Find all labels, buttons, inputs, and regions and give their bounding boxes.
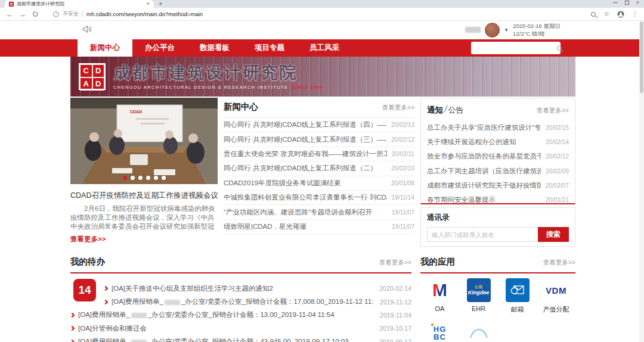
notices-section-title: 通知/公告 — [427, 104, 463, 116]
notice-item[interactable]: 总工办关于共享“应急医疗建筑设计”专项系...20/02/15 — [427, 120, 569, 135]
hgbc-icon: HGBC — [428, 321, 452, 342]
todo-section: 我的待办 查看更多>> 14 [OA]关于推送中心组及支部组织生活学习主题的通知… — [70, 253, 411, 342]
todo-item[interactable]: [OA]费用报销单__办公室/党委办公室_报销合计金额：43,945.00_20… — [70, 335, 411, 342]
profile-icon[interactable] — [617, 11, 624, 18]
window-controls: × — [613, 1, 639, 5]
apps-section-title: 我的应用 — [420, 256, 455, 268]
vdm-text: VDM — [546, 285, 566, 296]
todo-item[interactable]: [OA]分管例会和搬迁会2019-10-17 — [70, 322, 411, 335]
news-item[interactable]: 同心同行 共克时艰|CDAD线上复工系列报道（三）——抗击疫情...20/02/… — [224, 132, 414, 147]
todo-item[interactable]: [OA]费用报销单__办公室/党委办公室_报销合计金额：17,008.00_20… — [70, 295, 411, 308]
chevron-right-icon — [103, 286, 108, 291]
news-item[interactable]: 中城投集团科创置业有限公司李汉勇董事长一行 到CDAD调研交流19/11/14 — [224, 191, 414, 205]
bookmark-star-icon[interactable]: ☆ — [603, 10, 609, 18]
browser-window: 成都市建筑设计研究院 × + × ← → i 不安全 mh.cdadri.com… — [0, 0, 644, 342]
notice-item-date: 20/02/15 — [546, 125, 569, 131]
window-maximize-icon[interactable] — [625, 1, 629, 5]
user-area: ▼ 2020-02-16 星期日 12/2°C 晴/晴 — [465, 22, 561, 38]
vdm-icon: VDM — [544, 278, 568, 302]
news-item[interactable]: 绩效明星|CDAD，星光璀璨19/11/07 — [224, 220, 414, 234]
notice-item-date: 20/02/07 — [546, 182, 569, 189]
notice-item-date: 20/02/09 — [546, 168, 569, 175]
todo-item[interactable]: [OA]费用报销单__办公室/党委办公室_报销合计金额：13.00_2019-1… — [70, 309, 411, 322]
info-icon[interactable]: i — [53, 11, 59, 17]
contacts-search-button[interactable]: 搜索 — [538, 227, 569, 242]
todo-more-link[interactable]: 查看更多>> — [379, 259, 411, 267]
site-search-input[interactable] — [471, 45, 557, 51]
notices-section: 通知/公告 查看更多>> 总工办关于共享“应急医疗建筑设计”专项系...20/0… — [420, 98, 575, 204]
user-avatar[interactable] — [485, 23, 500, 38]
apps-more-link[interactable]: 查看更多>> — [543, 259, 575, 267]
user-menu-caret-icon[interactable]: ▼ — [504, 27, 509, 33]
search-icon[interactable] — [557, 46, 562, 51]
announcement-speaker-icon[interactable] — [82, 25, 92, 33]
address-field[interactable]: i 不安全 mh.cdadri.com/seeyon/main.do?metho… — [45, 10, 585, 18]
carousel-dot-1[interactable] — [123, 176, 127, 180]
app-cloud[interactable] — [459, 321, 498, 342]
app-hgbc[interactable]: HGBC — [420, 321, 459, 342]
logo-letter: C — [80, 64, 92, 77]
notice-item[interactable]: 总工办下周主题培训（应急医疗建筑设计）...20/02/09 — [427, 164, 569, 178]
news-item[interactable]: 同心同行 共克时艰|CDAD线上复工系列报道（二）20/02/10 — [224, 161, 414, 176]
notices-more-link[interactable]: 查看更多>> — [537, 107, 569, 115]
app-outlook[interactable]: 邮箱 — [498, 278, 537, 314]
logo-letter: D — [92, 64, 105, 77]
notice-item[interactable]: 春节期间安全温馨提示20/01/21 — [427, 192, 569, 207]
news-item[interactable]: 责任重大使命光荣 攻克时艰必有我——建筑设计一所工程师母云...20/02/11 — [224, 147, 414, 161]
app-oa-m[interactable]: MOA — [420, 278, 459, 314]
nav-item-3[interactable]: 数据看板 — [187, 39, 242, 57]
browser-url-bar: ← → i 不安全 mh.cdadri.com/seeyon/main.do?m… — [0, 8, 644, 21]
news-item[interactable]: CDAD2019年度院级业务考试圆满结束20/01/08 — [224, 176, 414, 191]
portal-page: ▼ 2020-02-16 星期日 12/2°C 晴/晴 新闻中心办公平台数据看板… — [0, 21, 644, 342]
urlbar-actions: ☆ ⋮ — [591, 10, 638, 18]
nav-item-2[interactable]: 办公平台 — [132, 39, 187, 57]
todo-item-text: [OA]分管例会和搬迁会 — [78, 324, 373, 333]
apps-section: 我的应用 查看更多>> MOA金蝶KingdeeEHR邮箱VDM产值分配HGBC — [420, 253, 575, 342]
carousel-dot-3[interactable] — [138, 176, 143, 180]
window-minimize-icon[interactable] — [613, 2, 618, 3]
app-vdm[interactable]: VDM产值分配 — [537, 278, 575, 314]
nav-item-4[interactable]: 项目专题 — [242, 39, 297, 57]
site-search-box[interactable] — [471, 42, 561, 54]
news-item-title: 同心同行 共克时艰|CDAD线上复工系列报道（三）——抗击疫情... — [224, 135, 386, 144]
date-text: 2020-02-16 星期日 — [513, 22, 561, 30]
back-icon[interactable]: ← — [6, 10, 13, 18]
news-more-link[interactable]: 查看更多>> — [382, 104, 414, 112]
notice-item[interactable]: 成都市建筑设计研究院关于做好疫情防控工...20/02/07 — [427, 178, 569, 192]
notice-item[interactable]: 关于继续开展远程办公的通知20/02/14 — [427, 135, 569, 149]
notice-item[interactable]: 致全市参与应急防控任务的基层党员干部和...20/02/12 — [427, 150, 569, 164]
page-scrollbar[interactable] — [639, 21, 644, 342]
nav-item-1[interactable]: 新闻中心 — [78, 39, 132, 57]
carousel-photo[interactable]: CDAD — [70, 98, 218, 184]
zoom-icon[interactable] — [591, 12, 596, 17]
institute-subtitle: CHENGDU ARCHITECTURAL DESIGN & RESEARCH … — [113, 85, 323, 90]
tab-close-icon[interactable]: × — [147, 1, 150, 7]
url-separator — [82, 11, 83, 18]
news-item[interactable]: “产业功能区内涵、建设思路”专题培训会顺利召开19/11/07 — [224, 205, 414, 219]
carousel-dot-5[interactable] — [154, 176, 158, 180]
app-kingdee[interactable]: 金蝶KingdeeEHR — [459, 278, 498, 314]
notices-title-sub: 公告 — [448, 105, 463, 114]
carousel-dots — [70, 176, 218, 180]
window-close-icon[interactable]: × — [636, 1, 639, 5]
news-item-date: 20/02/10 — [391, 165, 414, 172]
institute-banner: C D A D 成都市建筑设计研究院 CHENGDU ARCHITECTURAL… — [70, 57, 575, 97]
nav-item-5[interactable]: 员工风采 — [297, 39, 352, 57]
reload-icon[interactable] — [32, 11, 39, 17]
contacts-search-input[interactable] — [427, 227, 538, 242]
notices-title-slash: / — [444, 104, 447, 114]
carousel-caption-title[interactable]: CDAD召开疫情防控及近期工作推进视频会议 — [70, 191, 218, 201]
news-item-title: 绩效明星|CDAD，星光璀璨 — [224, 222, 387, 231]
browser-menu-icon[interactable]: ⋮ — [632, 11, 638, 17]
new-tab-button[interactable]: + — [159, 0, 162, 7]
carousel-dot-6[interactable] — [162, 176, 166, 180]
carousel-more-link[interactable]: 查看更多>> — [70, 235, 218, 244]
forward-icon[interactable]: → — [19, 10, 26, 18]
todo-item[interactable]: [OA]关于推送中心组及支部组织生活学习主题的通知22020-02-14 — [70, 282, 411, 295]
institute-title: 成都市建筑设计研究院 — [113, 61, 323, 84]
news-item[interactable]: 同心同行 共克时艰|CDAD线上复工系列报道（四）——总工办有...20/02/… — [224, 118, 414, 132]
scrollbar-thumb[interactable] — [640, 21, 643, 93]
browser-tab[interactable]: 成都市建筑设计研究院 × — [5, 0, 154, 8]
carousel-dot-2[interactable] — [131, 176, 135, 180]
carousel-dot-4[interactable] — [146, 176, 150, 180]
